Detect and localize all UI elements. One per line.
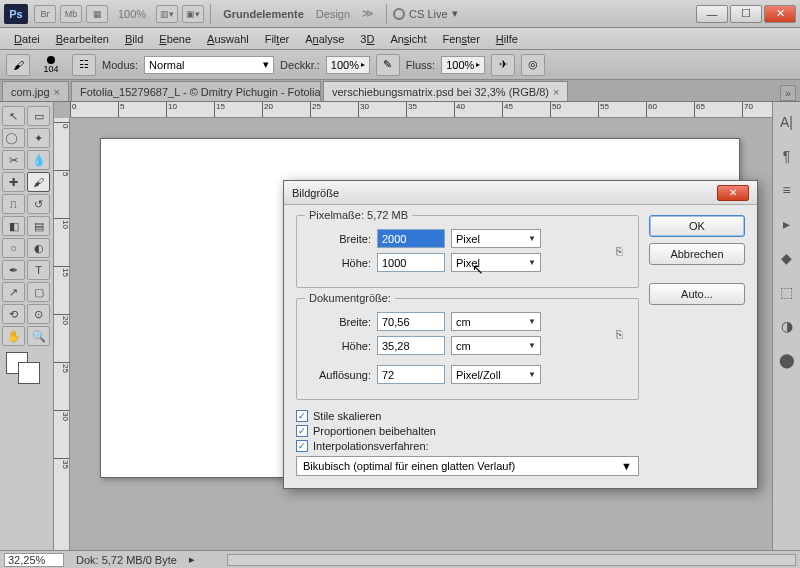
wand-tool[interactable]: ✦ bbox=[27, 128, 50, 148]
styles-panel-icon[interactable]: ◑ bbox=[777, 316, 797, 336]
workspace-essentials[interactable]: Grundelemente bbox=[217, 8, 310, 20]
gradient-tool[interactable]: ▤ bbox=[27, 216, 50, 236]
marquee-tool[interactable]: ▭ bbox=[27, 106, 50, 126]
stamp-tool[interactable]: ⎍ bbox=[2, 194, 25, 214]
menu-ansicht[interactable]: Ansicht bbox=[382, 33, 434, 45]
cslive-button[interactable]: CS Live▾ bbox=[393, 7, 458, 20]
px-width-label: Breite: bbox=[307, 233, 371, 245]
ruler-horizontal: 0510152025303540455055606570 bbox=[70, 102, 772, 118]
opacity-label: Deckkr.: bbox=[280, 59, 320, 71]
px-height-input[interactable] bbox=[377, 253, 445, 272]
status-zoom[interactable]: 32,25% bbox=[4, 553, 64, 567]
px-width-unit[interactable]: Pixel▼ bbox=[451, 229, 541, 248]
character-panel-icon[interactable]: A| bbox=[777, 112, 797, 132]
minimize-button[interactable]: — bbox=[696, 5, 728, 23]
scale-styles-checkbox[interactable]: ✓Stile skalieren bbox=[296, 410, 639, 422]
bridge-button[interactable]: Br bbox=[34, 5, 56, 23]
px-width-input[interactable] bbox=[377, 229, 445, 248]
close-button[interactable]: ✕ bbox=[764, 5, 796, 23]
shape-tool[interactable]: ▢ bbox=[27, 282, 50, 302]
dodge-tool[interactable]: ◐ bbox=[27, 238, 50, 258]
zoom-level[interactable]: 100% bbox=[118, 8, 146, 20]
document-tab[interactable]: com.jpg× bbox=[2, 81, 69, 101]
workspace-more[interactable]: ≫ bbox=[356, 7, 380, 20]
arrange-button[interactable]: ▥▾ bbox=[156, 5, 178, 23]
doc-width-unit[interactable]: cm▼ bbox=[451, 312, 541, 331]
menu-3d[interactable]: 3D bbox=[352, 33, 382, 45]
path-tool[interactable]: ↗ bbox=[2, 282, 25, 302]
resample-checkbox[interactable]: ✓Interpolationsverfahren: bbox=[296, 440, 639, 452]
ok-button[interactable]: OK bbox=[649, 215, 745, 237]
hand-tool[interactable]: ✋ bbox=[2, 326, 25, 346]
history-brush-tool[interactable]: ↺ bbox=[27, 194, 50, 214]
move-tool[interactable]: ↖ bbox=[2, 106, 25, 126]
tablet-pressure-icon[interactable]: ◎ bbox=[521, 54, 545, 76]
mode-label: Modus: bbox=[102, 59, 138, 71]
heal-tool[interactable]: ✚ bbox=[2, 172, 25, 192]
cancel-button[interactable]: Abbrechen bbox=[649, 243, 745, 265]
screenmode-button[interactable]: ▣▾ bbox=[182, 5, 204, 23]
dialog-title-bar[interactable]: Bildgröße ✕ bbox=[284, 181, 757, 205]
right-dock: A| ¶ ≡ ▸ ◆ ⬚ ◑ ⬤ bbox=[772, 102, 800, 550]
menu-ebene[interactable]: Ebene bbox=[151, 33, 199, 45]
paragraph-panel-icon[interactable]: ¶ bbox=[777, 146, 797, 166]
workspace-design[interactable]: Design bbox=[310, 8, 356, 20]
history-panel-icon[interactable]: ≡ bbox=[777, 180, 797, 200]
eraser-tool[interactable]: ◧ bbox=[2, 216, 25, 236]
document-tab[interactable]: verschiebungsmatrix.psd bei 32,3% (RGB/8… bbox=[323, 81, 568, 101]
camera-tool[interactable]: ⊙ bbox=[27, 304, 50, 324]
brush-preview[interactable]: 104 bbox=[36, 56, 66, 74]
res-input[interactable] bbox=[377, 365, 445, 384]
blur-tool[interactable]: ○ bbox=[2, 238, 25, 258]
tab-close-icon[interactable]: × bbox=[553, 86, 559, 98]
pen-tool[interactable]: ✒ bbox=[2, 260, 25, 280]
viewextras-button[interactable]: ▦ bbox=[86, 5, 108, 23]
maximize-button[interactable]: ☐ bbox=[730, 5, 762, 23]
tab-close-icon[interactable]: × bbox=[54, 86, 60, 98]
menu-fenster[interactable]: Fenster bbox=[434, 33, 487, 45]
eyedropper-tool[interactable]: 💧 bbox=[27, 150, 50, 170]
menu-auswahl[interactable]: Auswahl bbox=[199, 33, 257, 45]
brush-tool[interactable]: 🖌 bbox=[27, 172, 50, 192]
menu-hilfe[interactable]: Hilfe bbox=[488, 33, 526, 45]
opacity-pressure-icon[interactable]: ✎ bbox=[376, 54, 400, 76]
constrain-proportions-checkbox[interactable]: ✓Proportionen beibehalten bbox=[296, 425, 639, 437]
menu-analyse[interactable]: Analyse bbox=[297, 33, 352, 45]
doc-width-input[interactable] bbox=[377, 312, 445, 331]
doc-height-unit[interactable]: cm▼ bbox=[451, 336, 541, 355]
type-tool[interactable]: T bbox=[27, 260, 50, 280]
brush-panel-icon[interactable]: ☷ bbox=[72, 54, 96, 76]
lasso-tool[interactable]: ⃝ bbox=[2, 128, 25, 148]
menu-filter[interactable]: Filter bbox=[257, 33, 297, 45]
menu-bild[interactable]: Bild bbox=[117, 33, 151, 45]
document-tab[interactable]: Fotolia_15279687_L - © Dmitry Pichugin -… bbox=[71, 81, 321, 101]
swatches-panel-icon[interactable]: ⬚ bbox=[777, 282, 797, 302]
adjustments-panel-icon[interactable]: ⬤ bbox=[777, 350, 797, 370]
actions-panel-icon[interactable]: ▸ bbox=[777, 214, 797, 234]
px-height-unit[interactable]: Pixel▼ bbox=[451, 253, 541, 272]
tool-preset-icon[interactable]: 🖌 bbox=[6, 54, 30, 76]
status-arrow-icon[interactable]: ▸ bbox=[189, 553, 195, 566]
auto-button[interactable]: Auto... bbox=[649, 283, 745, 305]
opacity-field[interactable]: 100%▸ bbox=[326, 56, 370, 74]
dialog-close-button[interactable]: ✕ bbox=[717, 185, 749, 201]
mode-dropdown[interactable]: Normal▾ bbox=[144, 56, 274, 74]
flow-field[interactable]: 100%▸ bbox=[441, 56, 485, 74]
menu-datei[interactable]: Datei bbox=[6, 33, 48, 45]
minibridge-button[interactable]: Mb bbox=[60, 5, 82, 23]
ps-logo: Ps bbox=[4, 4, 28, 24]
airbrush-icon[interactable]: ✈ bbox=[491, 54, 515, 76]
zoom-tool[interactable]: 🔍 bbox=[27, 326, 50, 346]
ruler-vertical: 05101520253035 bbox=[54, 118, 70, 550]
res-unit[interactable]: Pixel/Zoll▼ bbox=[451, 365, 541, 384]
tab-scroll-right[interactable]: » bbox=[780, 85, 796, 101]
status-scrollbar[interactable] bbox=[227, 554, 796, 566]
3d-tool[interactable]: ⟲ bbox=[2, 304, 25, 324]
crop-tool[interactable]: ✂ bbox=[2, 150, 25, 170]
interpolation-dropdown[interactable]: Bikubisch (optimal für einen glatten Ver… bbox=[296, 456, 639, 476]
menu-bearbeiten[interactable]: Bearbeiten bbox=[48, 33, 117, 45]
color-panel-icon[interactable]: ◆ bbox=[777, 248, 797, 268]
doc-height-input[interactable] bbox=[377, 336, 445, 355]
color-swatches[interactable] bbox=[2, 352, 51, 388]
image-size-dialog: Bildgröße ✕ Pixelmaße: 5,72 MB Breite: P… bbox=[283, 180, 758, 489]
